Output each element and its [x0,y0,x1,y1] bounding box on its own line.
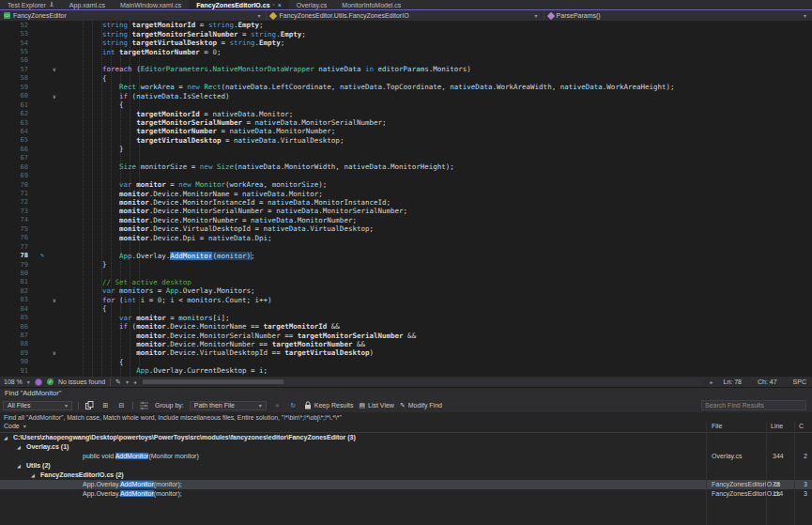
code-text: { [66,100,812,109]
code-line-88[interactable]: 88 monitor.Device.MonitorNumber == targe… [0,340,812,348]
code-line-77[interactable]: 77 [0,242,812,251]
code-line-75[interactable]: 75 monitor.Device.VirtualDesktopId = nat… [0,224,812,233]
code-line-56[interactable]: 56 [0,56,812,65]
list-icon: ▤ [359,402,365,409]
code-line-91[interactable]: 91 App.Overlay.CurrentDesktop = i; [0,366,812,375]
tab-monitorinfomodel-cs[interactable]: MonitorInfoModel.cs [334,0,408,9]
modify-find-button[interactable]: ✎ Modify Find [400,402,442,409]
tree-expander-icon[interactable]: ◢ [17,444,21,450]
code-line-85[interactable]: 85 var monitor = monitors[i]; [0,313,812,321]
clear-results-icon[interactable]: × [272,400,283,410]
code-line-58[interactable]: 58{ [0,74,812,83]
code-text: string targetMonitorSerialNumber = strin… [66,30,812,39]
code-line-61[interactable]: 61 { [0,100,812,109]
fold-collapse-icon[interactable]: ∨ [53,349,66,356]
code-line-57[interactable]: 57∨foreach (EditorParameters.NativeMonit… [0,65,812,73]
intellicode-icon[interactable] [35,378,42,386]
fold-collapse-icon[interactable]: ∨ [53,297,66,303]
code-line-74[interactable]: 74 monitor.Device.MonitorNumber = native… [0,216,812,224]
code-line-90[interactable]: 90 { [0,358,812,366]
issues-status[interactable]: No issues found [58,378,105,385]
pin-icon[interactable] [49,2,54,8]
keep-results-toggle[interactable]: Keep Results [304,401,354,409]
result-group-row[interactable]: ◢Utils (2) [0,461,812,471]
code-line-83[interactable]: 83∨for (int i = 0; i < monitors.Count; i… [0,296,812,304]
code-line-78[interactable]: 78✎ App.Overlay.AddMonitor(monitor); [0,251,812,259]
filter-settings-icon[interactable] [139,400,149,410]
code-line-67[interactable]: 67 [0,154,812,162]
list-view-toggle[interactable]: ▤ List View [359,402,394,409]
tab-app-xaml-cs[interactable]: App.xaml.cs [62,0,113,9]
scroll-right-arrow[interactable]: ▸ [710,378,712,385]
code-line-59[interactable]: 59 Rect workArea = new Rect(nativeData.L… [0,83,812,91]
type-dropdown[interactable]: FancyZonesEditor.Utils.FancyZonesEditorI… [267,10,544,21]
code-line-86[interactable]: 86 if (monitor.Device.MonitorName == tar… [0,322,812,331]
code-line-81[interactable]: 81// Set active desktop [0,278,812,286]
tab-label: Overlay.cs [297,2,328,8]
result-group-row[interactable]: ◢Overlay.cs (1) [0,442,812,452]
search-find-results-input[interactable] [701,400,806,410]
tab-overlay-cs[interactable]: Overlay.cs [289,0,335,9]
tree-expander-icon[interactable]: ◢ [17,463,21,469]
code-line-69[interactable]: 69 [0,171,812,179]
code-line-72[interactable]: 72 monitor.Device.MonitorInstanceId = na… [0,198,812,207]
result-row[interactable]: public void AddMonitor(Monitor monitor)O… [0,452,812,461]
code-line-65[interactable]: 65 targetVirtualDesktop = nativeData.Vir… [0,136,812,145]
code-line-66[interactable]: 66 } [0,145,812,153]
refresh-icon[interactable]: ↻ [288,400,299,410]
code-line-62[interactable]: 62 targetMonitorId = nativeData.Monitor; [0,109,812,117]
code-line-55[interactable]: 55int targetMonitorNumber = 0; [0,47,812,55]
column-header-col[interactable]: C [799,423,804,429]
scope-dropdown[interactable]: All Files ▾ [3,401,72,410]
tab-mainwindow-xaml-cs[interactable]: MainWindow.xaml.cs [113,0,189,9]
scroll-left-arrow[interactable]: ◂ [133,378,136,385]
code-line-79[interactable]: 79} [0,260,812,269]
chevron-down-icon[interactable]: ▾ [126,378,129,385]
code-filter-dropdown[interactable]: Code ▾ [4,423,26,429]
horizontal-scrollbar[interactable] [143,378,704,385]
code-line-89[interactable]: 89∨ monitor.Device.VirtualDesktopId == t… [0,348,812,357]
chevron-down-icon[interactable]: ▾ [27,378,30,385]
close-icon[interactable]: × [278,2,282,8]
expand-all-icon[interactable]: ⊞ [100,400,111,410]
code-line-76[interactable]: 76 monitor.Device.Dpi = nativeData.Dpi; [0,234,812,242]
tab-fancyzoneseditorio-cs[interactable]: FancyZonesEditorIO.cs▫× [189,0,288,9]
tree-expander-icon[interactable]: ◢ [31,472,35,478]
code-editor[interactable]: 52string targetMonitorId = string.Empty;… [0,21,812,377]
copy-icon[interactable] [84,400,95,410]
collapse-all-icon[interactable]: ⊟ [116,400,127,410]
line-number: 55 [0,48,32,55]
code-line-70[interactable]: 70 var monitor = new Monitor(workArea, m… [0,180,812,189]
code-line-87[interactable]: 87 monitor.Device.MonitorSerialNumber ==… [0,331,812,339]
fold-collapse-icon[interactable]: ∨ [53,93,66,100]
column-header-file[interactable]: File [712,423,722,429]
result-row[interactable]: App.Overlay.AddMonitor(monitor);FancyZon… [0,480,812,489]
result-group-row[interactable]: ◢C:\Users\zhaopengwang\Desktop\powertoys… [0,433,812,442]
code-line-73[interactable]: 73 monitor.Device.MonitorSerialNumber = … [0,207,812,215]
tab-test-explorer[interactable]: Test Explorer [0,0,62,9]
keep-open-icon[interactable]: ▫ [273,2,275,8]
code-line-84[interactable]: 84{ [0,304,812,313]
result-group-row[interactable]: ◢FancyZonesEditorIO.cs (2) [0,471,812,480]
code-line-54[interactable]: 54string targetVirtualDesktop = string.E… [0,39,812,47]
code-line-71[interactable]: 71 monitor.Device.MonitorName = nativeDa… [0,189,812,197]
zoom-level[interactable]: 108 % [0,378,23,385]
project-dropdown[interactable]: C# FancyZonesEditor ▾ [0,10,267,21]
code-line-68[interactable]: 68 Size monitorSize = new Size(nativeDat… [0,162,812,171]
code-line-63[interactable]: 63 targetMonitorSerialNumber = nativeDat… [0,118,812,127]
group-by-dropdown[interactable]: Path then File ▾ [190,401,267,410]
column-header-line[interactable]: Line [771,423,783,429]
code-line-53[interactable]: 53string targetMonitorSerialNumber = str… [0,29,812,38]
line-number: 81 [0,278,32,286]
result-row[interactable]: App.Overlay.AddMonitor(monitor);FancyZon… [0,489,812,499]
fold-collapse-icon[interactable]: ∨ [53,66,66,72]
code-line-80[interactable]: 80 [0,269,812,277]
code-line-82[interactable]: 82var monitors = App.Overlay.Monitors; [0,286,812,295]
member-dropdown[interactable]: ParseParams() ▾ [544,10,812,21]
scrollbar-thumb[interactable] [143,379,283,384]
code-line-52[interactable]: 52string targetMonitorId = string.Empty; [0,21,812,29]
code-line-60[interactable]: 60∨ if (nativeData.IsSelected) [0,92,812,100]
code-line-64[interactable]: 64 targetMonitorNumber = nativeData.Moni… [0,127,812,135]
tree-expander-icon[interactable]: ◢ [4,435,8,440]
edits-pencil-icon[interactable]: ✎ [115,378,121,386]
